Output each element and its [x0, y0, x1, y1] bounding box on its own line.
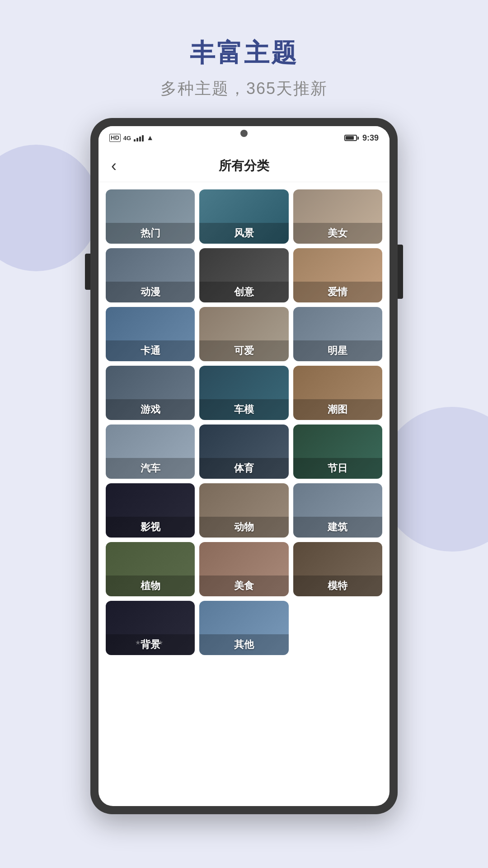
category-label-美食: 美食: [199, 576, 288, 596]
category-label-车模: 车模: [199, 399, 288, 420]
status-right: 9:39: [344, 133, 379, 143]
page-title: 丰富主题: [160, 36, 328, 71]
nav-bar: ‹ 所有分类: [99, 150, 389, 182]
page-header: 丰富主题 多种主题，365天推新: [160, 36, 328, 100]
category-cell-卡通[interactable]: 卡通: [106, 307, 195, 361]
4g-badge: 4G: [123, 135, 131, 142]
category-cell-建筑[interactable]: 建筑: [293, 483, 382, 538]
category-label-热门: 热门: [106, 223, 195, 244]
category-cell-模特[interactable]: 模特: [293, 542, 382, 596]
category-cell-其他[interactable]: 其他: [199, 601, 288, 655]
battery-tip: [357, 137, 359, 140]
battery-body: [344, 135, 357, 141]
category-cell-潮图[interactable]: 潮图: [293, 366, 382, 420]
status-left: HD 4G ▲: [109, 134, 154, 142]
category-label-可爱: 可爱: [199, 340, 288, 361]
back-button[interactable]: ‹: [111, 158, 117, 174]
battery-icon: [344, 135, 359, 141]
category-cell-明星[interactable]: 明星: [293, 307, 382, 361]
grid-row-7: ★ ☆ ★背景其他: [106, 601, 382, 655]
category-label-美女: 美女: [293, 223, 382, 244]
grid-row-0: 热门风景美女: [106, 189, 382, 244]
category-cell-背景[interactable]: ★ ☆ ★背景: [106, 601, 195, 655]
category-label-模特: 模特: [293, 576, 382, 596]
category-cell-节日[interactable]: 节日: [293, 425, 382, 479]
category-cell-热门[interactable]: 热门: [106, 189, 195, 244]
category-label-植物: 植物: [106, 576, 195, 596]
category-label-动漫: 动漫: [106, 282, 195, 302]
categories-grid: 热门风景美女动漫创意爱情卡通可爱明星游戏车模潮图汽车体育节日影视动物建筑植物美食…: [99, 182, 389, 806]
category-cell-创意[interactable]: 创意: [199, 248, 288, 302]
category-cell-体育[interactable]: 体育: [199, 425, 288, 479]
category-label-爱情: 爱情: [293, 282, 382, 302]
wifi-icon: ▲: [146, 134, 154, 142]
category-cell-可爱[interactable]: 可爱: [199, 307, 288, 361]
category-label-明星: 明星: [293, 340, 382, 361]
phone-frame: HD 4G ▲ 9:39 ‹ 所有分类: [90, 118, 398, 814]
category-label-卡通: 卡通: [106, 340, 195, 361]
category-cell-游戏[interactable]: 游戏: [106, 366, 195, 420]
grid-row-4: 汽车体育节日: [106, 425, 382, 479]
category-cell-汽车[interactable]: 汽车: [106, 425, 195, 479]
battery-fill: [346, 136, 354, 140]
category-cell-美食[interactable]: 美食: [199, 542, 288, 596]
grid-row-5: 影视动物建筑: [106, 483, 382, 538]
signal-icon: [134, 134, 144, 142]
category-cell-车模[interactable]: 车模: [199, 366, 288, 420]
category-cell-: [293, 601, 382, 655]
hd-badge: HD: [109, 134, 121, 142]
grid-row-1: 动漫创意爱情: [106, 248, 382, 302]
category-label-汽车: 汽车: [106, 458, 195, 479]
category-label-创意: 创意: [199, 282, 288, 302]
category-label-游戏: 游戏: [106, 399, 195, 420]
grid-row-6: 植物美食模特: [106, 542, 382, 596]
category-cell-美女[interactable]: 美女: [293, 189, 382, 244]
bg-blob-left: [0, 145, 99, 271]
category-cell-植物[interactable]: 植物: [106, 542, 195, 596]
status-time: 9:39: [362, 133, 379, 143]
category-label-影视: 影视: [106, 517, 195, 538]
page-subtitle: 多种主题，365天推新: [160, 78, 328, 100]
category-label-建筑: 建筑: [293, 517, 382, 538]
category-cell-动物[interactable]: 动物: [199, 483, 288, 538]
phone-inner: HD 4G ▲ 9:39 ‹ 所有分类: [99, 126, 389, 806]
category-label-动物: 动物: [199, 517, 288, 538]
category-label-其他: 其他: [199, 634, 288, 655]
category-label-潮图: 潮图: [293, 399, 382, 420]
grid-row-2: 卡通可爱明星: [106, 307, 382, 361]
category-label-背景: 背景: [106, 634, 195, 655]
category-label-体育: 体育: [199, 458, 288, 479]
category-label-风景: 风景: [199, 223, 288, 244]
category-cell-爱情[interactable]: 爱情: [293, 248, 382, 302]
category-cell-影视[interactable]: 影视: [106, 483, 195, 538]
camera-dot: [240, 130, 248, 137]
nav-title: 所有分类: [219, 157, 269, 175]
category-label-节日: 节日: [293, 458, 382, 479]
grid-row-3: 游戏车模潮图: [106, 366, 382, 420]
category-cell-动漫[interactable]: 动漫: [106, 248, 195, 302]
category-cell-风景[interactable]: 风景: [199, 189, 288, 244]
